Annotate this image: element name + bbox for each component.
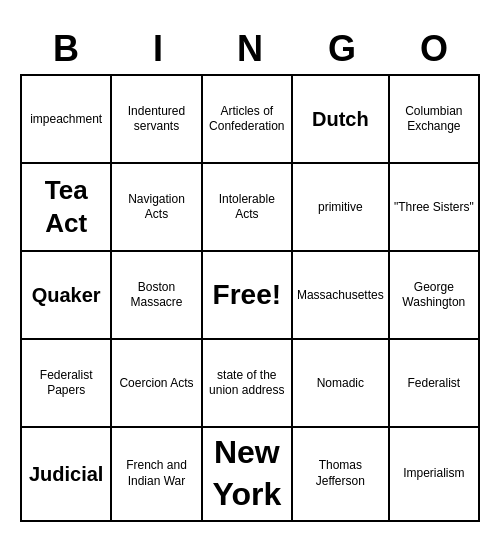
bingo-cell-11[interactable]: Boston Massacre <box>112 252 202 340</box>
bingo-cell-9[interactable]: "Three Sisters" <box>390 164 480 252</box>
cell-text-21: French and Indian War <box>116 458 196 489</box>
bingo-card: B I N G O impeachmentIndentured servants… <box>20 22 480 521</box>
bingo-cell-24[interactable]: Imperialism <box>390 428 480 521</box>
letter-n: N <box>208 28 292 70</box>
cell-text-6: Navigation Acts <box>116 192 196 223</box>
cell-text-12: Free! <box>213 277 281 313</box>
bingo-cell-1[interactable]: Indentured servants <box>112 76 202 164</box>
bingo-cell-22[interactable]: New York <box>203 428 293 521</box>
bingo-cell-21[interactable]: French and Indian War <box>112 428 202 521</box>
bingo-cell-15[interactable]: Federalist Papers <box>22 340 112 428</box>
bingo-cell-2[interactable]: Articles of Confederation <box>203 76 293 164</box>
cell-text-1: Indentured servants <box>116 104 196 135</box>
cell-text-16: Coercion Acts <box>119 376 193 392</box>
bingo-cell-19[interactable]: Federalist <box>390 340 480 428</box>
bingo-cell-8[interactable]: primitive <box>293 164 390 252</box>
cell-text-3: Dutch <box>312 106 369 132</box>
bingo-cell-23[interactable]: Thomas Jefferson <box>293 428 390 521</box>
cell-text-10: Quaker <box>32 282 101 308</box>
cell-text-7: Intolerable Acts <box>207 192 287 223</box>
bingo-cell-6[interactable]: Navigation Acts <box>112 164 202 252</box>
cell-text-20: Judicial <box>29 461 103 487</box>
cell-text-2: Articles of Confederation <box>207 104 287 135</box>
cell-text-22: New York <box>207 432 287 515</box>
cell-text-17: state of the union address <box>207 368 287 399</box>
cell-text-19: Federalist <box>407 376 460 392</box>
cell-text-0: impeachment <box>30 112 102 128</box>
cell-text-13: Massachusettes <box>297 288 384 304</box>
bingo-cell-18[interactable]: Nomadic <box>293 340 390 428</box>
bingo-cell-0[interactable]: impeachment <box>22 76 112 164</box>
cell-text-9: "Three Sisters" <box>394 200 474 216</box>
bingo-cell-7[interactable]: Intolerable Acts <box>203 164 293 252</box>
cell-text-11: Boston Massacre <box>116 280 196 311</box>
bingo-cell-4[interactable]: Columbian Exchange <box>390 76 480 164</box>
bingo-cell-17[interactable]: state of the union address <box>203 340 293 428</box>
bingo-cell-5[interactable]: Tea Act <box>22 164 112 252</box>
letter-o: O <box>392 28 476 70</box>
bingo-cell-10[interactable]: Quaker <box>22 252 112 340</box>
cell-text-5: Tea Act <box>26 174 106 242</box>
bingo-cell-16[interactable]: Coercion Acts <box>112 340 202 428</box>
bingo-cell-13[interactable]: Massachusettes <box>293 252 390 340</box>
cell-text-8: primitive <box>318 200 363 216</box>
bingo-cell-12[interactable]: Free! <box>203 252 293 340</box>
cell-text-4: Columbian Exchange <box>394 104 474 135</box>
letter-b: B <box>24 28 108 70</box>
bingo-cell-3[interactable]: Dutch <box>293 76 390 164</box>
cell-text-15: Federalist Papers <box>26 368 106 399</box>
letter-g: G <box>300 28 384 70</box>
cell-text-24: Imperialism <box>403 466 464 482</box>
bingo-title: B I N G O <box>20 22 480 74</box>
letter-i: I <box>116 28 200 70</box>
bingo-cell-20[interactable]: Judicial <box>22 428 112 521</box>
bingo-cell-14[interactable]: George Washington <box>390 252 480 340</box>
cell-text-14: George Washington <box>394 280 474 311</box>
bingo-grid: impeachmentIndentured servantsArticles o… <box>20 74 480 521</box>
cell-text-18: Nomadic <box>317 376 364 392</box>
cell-text-23: Thomas Jefferson <box>297 458 384 489</box>
